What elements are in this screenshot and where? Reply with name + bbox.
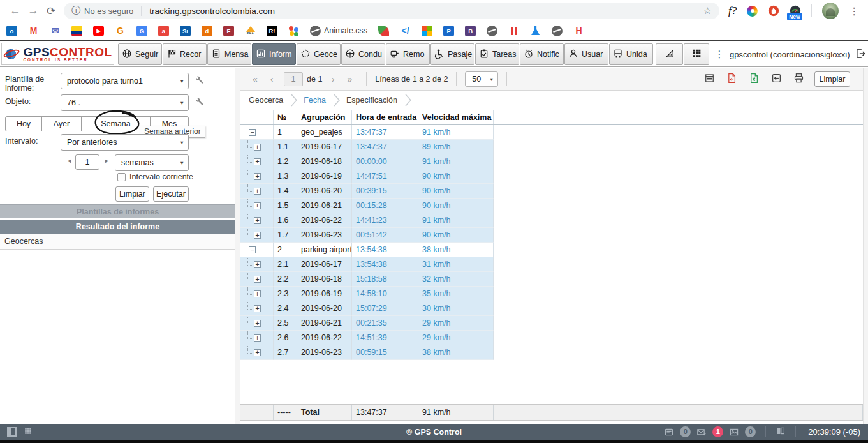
tab-unidades[interactable]: Unida	[609, 43, 653, 65]
print-button[interactable]	[793, 73, 804, 86]
expand-plus-icon[interactable]: +	[254, 320, 261, 327]
table-row[interactable]: +2.72019-06-2300:59:1538 km/h	[240, 345, 863, 360]
color-wheel-extension-icon[interactable]	[747, 6, 758, 17]
mailarrow-icon[interactable]	[696, 427, 707, 437]
bookmark-globe-2[interactable]	[552, 26, 563, 36]
forward-icon[interactable]: →	[24, 4, 42, 17]
table-row[interactable]: +2.32019-06-1914:58:1035 km/h	[240, 287, 863, 301]
bookmark-animate-css[interactable]: Animate.css	[310, 26, 367, 36]
bookmark-d-orange[interactable]: d	[202, 26, 212, 36]
current-interval-checkbox[interactable]	[117, 173, 126, 181]
table-row[interactable]: +2.22019-06-1815:18:5832 km/h	[240, 272, 863, 287]
expand-plus-icon[interactable]: +	[254, 305, 261, 312]
interval-unit-select[interactable]: semanas	[115, 154, 189, 171]
export-pdf-button[interactable]	[726, 73, 737, 86]
table-row[interactable]: +1.22019-06-1800:00:0091 km/h	[240, 154, 863, 169]
template-select[interactable]: protocolo para turno1	[61, 73, 189, 89]
table-row[interactable]: +1.72019-06-2300:51:4290 km/h	[240, 228, 863, 243]
bookmark-p-blue[interactable]: P	[443, 26, 454, 36]
tab-geocercas[interactable]: Geoce	[297, 43, 341, 65]
sidebar-scrollbar[interactable]	[235, 68, 240, 424]
today-button[interactable]: Hoy	[6, 117, 41, 131]
object-select[interactable]: 76 .	[61, 94, 189, 111]
bookmark-youtube[interactable]: ▶	[93, 26, 104, 36]
table-row[interactable]: −2parking airport13:54:3838 km/h	[240, 243, 863, 257]
layout-columns-icon[interactable]	[776, 426, 786, 438]
breadcrumb-geocerca[interactable]: Geocerca	[249, 96, 283, 105]
tab-usuarios[interactable]: Usuar	[564, 43, 608, 65]
expand-plus-icon[interactable]: +	[254, 173, 261, 180]
bookmark-si[interactable]: Si	[180, 26, 191, 36]
report-clear-button[interactable]: Limpiar	[814, 71, 850, 87]
expand-plus-icon[interactable]: +	[254, 334, 261, 342]
bookmark-microsoft[interactable]	[422, 26, 432, 36]
table-row[interactable]: +1.42019-06-2000:39:1590 km/h	[240, 184, 863, 199]
expand-plus-icon[interactable]: +	[254, 188, 261, 195]
header-more-icon[interactable]: ⋮	[709, 49, 730, 60]
result-section-header[interactable]: Resultado del informe	[0, 220, 235, 234]
apps-grid-button[interactable]	[684, 43, 709, 65]
bookmark-h-red[interactable]: H	[573, 26, 584, 36]
expand-plus-icon[interactable]: +	[254, 158, 261, 165]
import-report-button[interactable]	[771, 73, 782, 86]
profile-avatar[interactable]	[822, 3, 839, 19]
table-row[interactable]: +2.62019-06-2214:51:3929 km/h	[240, 331, 863, 345]
bookmark-translate[interactable]: G	[136, 26, 147, 36]
breadcrumb-especificación[interactable]: Especificación	[346, 96, 397, 105]
tab-pasajeros[interactable]: Pasaje	[430, 43, 474, 65]
page-size-select[interactable]: 50	[465, 71, 498, 87]
prev-page-icon[interactable]: ‹	[263, 74, 280, 84]
logged-in-user[interactable]: gpscontrol (coordinacionsigloxxi)	[730, 50, 855, 59]
bookmark-a-red[interactable]: a	[158, 26, 169, 36]
logout-icon[interactable]	[855, 48, 868, 61]
expand-plus-icon[interactable]: +	[254, 144, 261, 151]
tab-mensajes[interactable]: Mensa	[207, 43, 251, 65]
bookmark-g-orange[interactable]: G	[115, 26, 126, 36]
yesterday-button[interactable]: Ayer	[41, 117, 81, 131]
table-row[interactable]: +1.32019-06-1914:47:5190 km/h	[240, 169, 863, 184]
collapse-minus-icon[interactable]: −	[249, 246, 256, 253]
bookmark-globe-1[interactable]	[487, 26, 497, 36]
browser-menu-icon[interactable]: ⋮	[849, 5, 859, 17]
table-row[interactable]: +2.12019-06-1713:54:3831 km/h	[240, 257, 863, 272]
result-item-geocercas[interactable]: Geocercas	[0, 234, 235, 250]
expand-plus-icon[interactable]: +	[254, 261, 261, 268]
tab-seguimiento[interactable]: Seguir	[118, 43, 162, 65]
tab-remolques[interactable]: Remo	[386, 43, 430, 65]
table-row[interactable]: −1geo_peajes13:47:3791 km/h	[240, 125, 863, 140]
sidebar-clear-button[interactable]: Limpiar	[115, 186, 149, 202]
tab-notificaciones[interactable]: Notific	[520, 43, 564, 65]
expand-plus-icon[interactable]: +	[254, 349, 261, 356]
bookmark-outlook[interactable]: o	[6, 26, 17, 36]
table-row[interactable]: +1.62019-06-2214:41:2391 km/h	[240, 213, 863, 228]
tab-tareas[interactable]: Tareas	[475, 43, 519, 65]
bookmark-star-icon[interactable]: ☆	[703, 5, 712, 17]
tab-informes[interactable]: Inform	[252, 43, 296, 65]
table-row[interactable]: +2.52019-06-2100:21:3529 km/h	[240, 316, 863, 331]
expand-plus-icon[interactable]: +	[254, 276, 261, 283]
bookmark-pause[interactable]	[508, 26, 519, 36]
reload-icon[interactable]: ⟳	[42, 4, 60, 18]
bookmark-mail[interactable]: ✉	[50, 26, 61, 36]
bookmark-colombia[interactable]	[71, 26, 82, 36]
step-forward-icon[interactable]: ►	[104, 158, 110, 164]
interval-select[interactable]: Por anteriores	[61, 134, 189, 151]
bookmark-gmail[interactable]: M	[28, 26, 39, 36]
bookmark-f-darkred[interactable]: F	[223, 26, 234, 36]
gauge-extension-icon[interactable]: New	[790, 5, 801, 17]
bookmark-leaf[interactable]	[378, 26, 389, 36]
step-back-icon[interactable]: ◄	[66, 158, 72, 164]
adblock-extension-icon[interactable]	[768, 5, 779, 17]
url-text[interactable]: tracking.gpscontrolcolombia.com	[149, 6, 275, 16]
report-scrollbar[interactable]	[863, 68, 868, 424]
table-row[interactable]: +1.52019-06-2100:15:2890 km/h	[240, 199, 863, 213]
expand-plus-icon[interactable]: +	[254, 232, 261, 239]
first-page-icon[interactable]: «	[247, 74, 263, 84]
template-wrench-icon[interactable]	[195, 75, 204, 87]
page-number-input[interactable]: 1	[284, 72, 303, 86]
bookmark-code[interactable]: </	[400, 26, 411, 36]
expand-plus-icon[interactable]: +	[254, 202, 261, 209]
next-page-icon[interactable]: ›	[325, 74, 341, 84]
site-info-icon[interactable]: ⓘ	[71, 5, 80, 17]
extension-f-icon[interactable]: f?	[728, 4, 737, 17]
